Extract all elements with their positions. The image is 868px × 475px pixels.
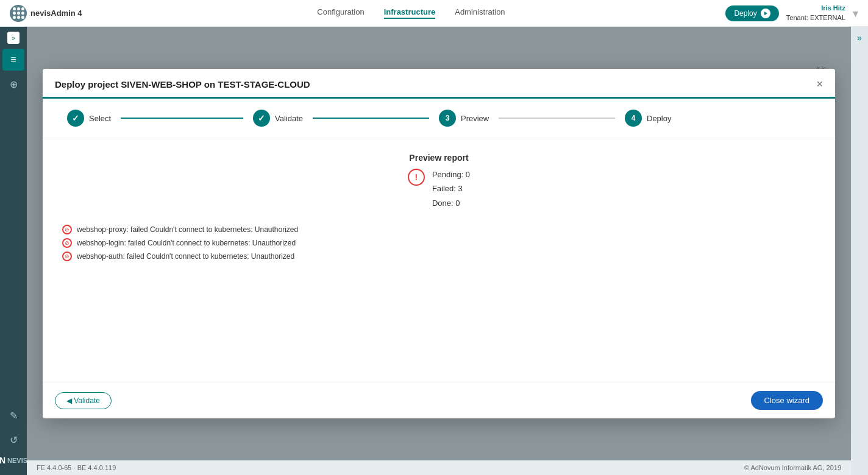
dialog-header: Deploy project SIVEN-WEB-SHOP on TEST-ST…: [43, 69, 835, 99]
error-text-0: webshop-proxy: failed Couldn't connect t…: [77, 225, 298, 234]
wizard-stepper: ✓ Select ✓ Validate: [43, 99, 835, 138]
right-sidebar: »: [851, 27, 868, 475]
nav-administration[interactable]: Administration: [455, 7, 505, 19]
dialog-body: Preview report ! Pending: 0 Failed: 3 Do…: [43, 138, 835, 382]
step-validate: ✓ Validate: [253, 110, 439, 127]
step-deploy: 4 Deploy: [625, 110, 811, 127]
version-text: FE 4.4.0-65 · BE 4.4.0.119: [37, 464, 116, 471]
logo-icon: [10, 5, 27, 22]
user-expand-icon[interactable]: ▾: [853, 7, 858, 20]
back-to-validate-button[interactable]: ◀ Validate: [55, 392, 112, 409]
sidebar-expand-button[interactable]: »: [7, 32, 20, 44]
nav-infrastructure[interactable]: Infrastructure: [384, 7, 436, 19]
deploy-play-icon: [761, 9, 770, 18]
app-logo: nevisAdmin 4: [10, 5, 82, 22]
done-stat: Done: 0: [432, 196, 470, 210]
logo-dots: [13, 7, 24, 19]
step-preview-label: Preview: [461, 114, 489, 123]
step-preview-circle: 3: [439, 110, 456, 127]
user-info: Iris Hitz Tenant: EXTERNAL: [786, 4, 845, 23]
dialog-footer: ◀ Validate Close wizard: [43, 382, 835, 418]
pending-stat: Pending: 0: [432, 167, 470, 181]
error-item-1: ⊘ webshop-login: failed Couldn't connect…: [62, 238, 816, 248]
user-tenant: Tenant: EXTERNAL: [786, 13, 845, 23]
preview-stats: Pending: 0 Failed: 3 Done: 0: [432, 167, 470, 210]
step-line-3: [499, 118, 615, 119]
bottom-bar: FE 4.4.0-65 · BE 4.4.0.119 © AdNovum Inf…: [27, 460, 851, 475]
dialog-close-button[interactable]: ×: [816, 79, 823, 90]
step-validate-indicator: ✓ Validate: [253, 110, 303, 127]
step-select-label: Select: [89, 114, 111, 123]
top-navigation: nevisAdmin 4 Configuration Infrastructur…: [0, 0, 868, 27]
step-deploy-label: Deploy: [647, 114, 671, 123]
error-icon-1: ⊘: [62, 238, 72, 248]
deploy-label: Deploy: [734, 9, 756, 18]
left-sidebar: » ≡ ⊕ ✎ ↺ N NEVIS: [0, 27, 27, 475]
step-deploy-circle: 4: [625, 110, 642, 127]
copyright-text: © AdNovum Informatik AG, 2019: [744, 464, 841, 471]
error-icon-0: ⊘: [62, 225, 72, 234]
nav-links: Configuration Infrastructure Administrat…: [97, 7, 726, 19]
right-expand-icon[interactable]: »: [857, 33, 862, 43]
step-select-indicator: ✓ Select: [67, 110, 111, 127]
deploy-dialog: Deploy project SIVEN-WEB-SHOP on TEST-ST…: [43, 69, 835, 418]
step-preview: 3 Preview: [439, 110, 625, 127]
failed-stat: Failed: 3: [432, 181, 470, 195]
step-line-2: [313, 118, 429, 119]
step-validate-circle: ✓: [253, 110, 270, 127]
sidebar-icon-menu[interactable]: ≡: [2, 49, 24, 71]
sidebar-icon-edit[interactable]: ✎: [2, 404, 24, 426]
user-name: Iris Hitz: [786, 4, 845, 13]
preview-report-card: ! Pending: 0 Failed: 3 Done: 0: [408, 167, 470, 210]
dialog-overlay: Deploy project SIVEN-WEB-SHOP on TEST-ST…: [27, 27, 851, 460]
sidebar-expand-icon: »: [12, 35, 15, 41]
app-name: nevisAdmin 4: [30, 9, 82, 18]
nav-configuration[interactable]: Configuration: [317, 7, 364, 19]
step-line-1: [121, 118, 243, 119]
sidebar-icon-add[interactable]: ⊕: [2, 73, 24, 95]
main-content: it is re y. n to ons ely e L n s Deploy …: [27, 27, 851, 475]
step-preview-indicator: 3 Preview: [439, 110, 489, 127]
sidebar-bottom: ✎ ↺ N NEVIS: [0, 404, 27, 470]
error-text-1: webshop-login: failed Couldn't connect t…: [77, 239, 296, 247]
dialog-title: Deploy project SIVEN-WEB-SHOP on TEST-ST…: [55, 79, 310, 90]
preview-report-section: Preview report ! Pending: 0 Failed: 3 Do…: [62, 153, 816, 210]
step-deploy-indicator: 4 Deploy: [625, 110, 671, 127]
deploy-button[interactable]: Deploy: [725, 5, 778, 21]
error-text-2: webshop-auth: failed Couldn't connect to…: [77, 252, 294, 261]
preview-report-title: Preview report: [409, 153, 468, 163]
error-list: ⊘ webshop-proxy: failed Couldn't connect…: [62, 225, 816, 261]
top-nav-right: Deploy Iris Hitz Tenant: EXTERNAL ▾: [725, 4, 858, 23]
step-select: ✓ Select: [67, 110, 253, 127]
error-item-0: ⊘ webshop-proxy: failed Couldn't connect…: [62, 225, 816, 234]
warning-icon: !: [408, 169, 425, 186]
nevis-logo: N NEVIS: [0, 456, 27, 465]
close-wizard-button[interactable]: Close wizard: [751, 391, 823, 410]
sidebar-icon-history[interactable]: ↺: [2, 429, 24, 451]
step-select-circle: ✓: [67, 110, 84, 127]
error-icon-2: ⊘: [62, 252, 72, 261]
error-item-2: ⊘ webshop-auth: failed Couldn't connect …: [62, 252, 816, 261]
step-validate-label: Validate: [275, 114, 303, 123]
